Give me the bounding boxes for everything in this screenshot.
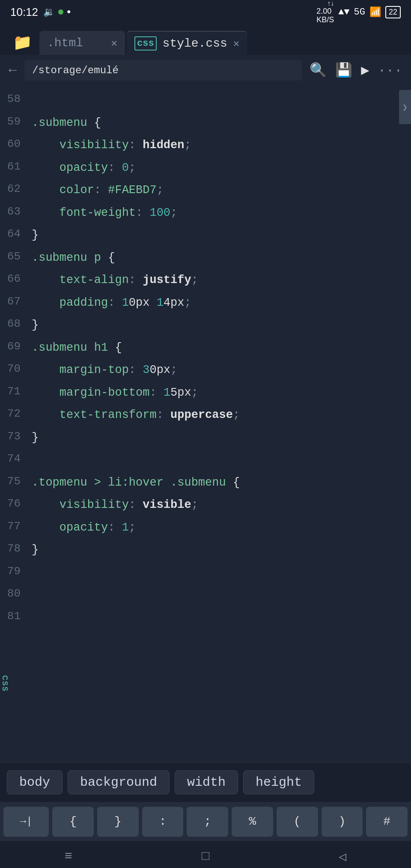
folder-icon: 📁 <box>13 33 32 52</box>
line-num-68: 68 <box>0 315 29 330</box>
key-close-paren[interactable]: ) <box>322 807 363 837</box>
line-content-75: .topmenu > li:hover .submenu { <box>29 472 411 493</box>
code-line-67: 67 padding: 10px 14px; <box>0 292 411 314</box>
line-content-60: visibility: hidden; <box>29 135 411 156</box>
code-line-62: 62 color: #FAEBD7; <box>0 179 411 202</box>
code-line-70: 70 margin-top: 30px; <box>0 359 411 382</box>
line-num-81: 81 <box>0 607 29 623</box>
line-num-69: 69 <box>0 337 29 353</box>
key-semicolon[interactable]: ; <box>187 807 228 837</box>
line-content-66: text-align: justify; <box>29 270 411 291</box>
line-content-74 <box>29 450 411 471</box>
code-line-58: 58 <box>0 89 411 112</box>
side-label-css: CSS <box>0 674 9 694</box>
line-num-67: 67 <box>0 292 29 308</box>
autocomplete-height[interactable]: height <box>243 770 314 794</box>
key-hash[interactable]: # <box>366 807 408 837</box>
run-icon[interactable]: ▶ <box>361 62 369 79</box>
status-bar: 10:12 🔉 ● ↑↓ 2.00KB/S ▲▼ 5G 📶 22 <box>0 0 411 24</box>
tab-bar: 📁 .html ✕ css style.css ✕ <box>0 24 411 55</box>
status-left: 10:12 🔉 ● <box>10 6 71 19</box>
code-line-59: 59 .submenu { <box>0 112 411 134</box>
tab-html-close[interactable]: ✕ <box>111 37 117 49</box>
line-num-79: 79 <box>0 562 29 578</box>
tab-css-close[interactable]: ✕ <box>233 37 239 50</box>
line-num-62: 62 <box>0 180 29 195</box>
line-content-79 <box>29 562 411 583</box>
tab-html-label: .html <box>47 36 83 50</box>
line-content-78: } <box>29 540 411 561</box>
key-percent[interactable]: % <box>232 807 273 837</box>
autocomplete-width[interactable]: width <box>175 770 238 794</box>
nav-menu-button[interactable]: ≡ <box>65 849 72 864</box>
key-close-brace[interactable]: } <box>97 807 139 837</box>
line-num-80: 80 <box>0 585 29 600</box>
line-content-64: } <box>29 225 411 246</box>
save-icon[interactable]: 💾 <box>335 62 352 79</box>
code-line-81: 81 <box>0 606 411 629</box>
nav-back-button[interactable]: ◁ <box>339 849 346 865</box>
nav-home-button[interactable]: □ <box>202 849 209 864</box>
code-line-63: 63 font-weight: 100; <box>0 202 411 224</box>
code-line-68: 68 } <box>0 314 411 337</box>
line-num-78: 78 <box>0 540 29 555</box>
tab-css[interactable]: css style.css ✕ <box>127 31 247 55</box>
autocomplete-bar: body background width height <box>0 762 411 802</box>
address-input[interactable]: /storage/emulé <box>24 60 302 81</box>
autocomplete-background[interactable]: background <box>68 770 170 794</box>
status-right: ↑↓ 2.00KB/S ▲▼ 5G 📶 22 <box>316 0 401 24</box>
line-num-76: 76 <box>0 495 29 510</box>
status-time: 10:12 <box>10 6 38 19</box>
key-open-paren[interactable]: ( <box>277 807 318 837</box>
line-num-73: 73 <box>0 427 29 443</box>
more-icon[interactable]: ··· <box>378 63 402 78</box>
code-line-79: 79 <box>0 561 411 584</box>
key-colon[interactable]: : <box>142 807 184 837</box>
code-line-75: 75 .topmenu > li:hover .submenu { <box>0 471 411 494</box>
chevron-right-icon: ❯ <box>402 102 408 113</box>
battery-badge: 22 <box>385 6 401 18</box>
line-content-59: .submenu { <box>29 113 411 134</box>
line-num-66: 66 <box>0 270 29 285</box>
line-content-71: margin-bottom: 15px; <box>29 382 411 403</box>
code-line-74: 74 <box>0 449 411 471</box>
line-content-65: .submenu p { <box>29 248 411 268</box>
code-editor[interactable]: 58 59 .submenu { 60 visibility: hidden; … <box>0 86 411 762</box>
line-content-69: .submenu h1 { <box>29 337 411 358</box>
line-num-71: 71 <box>0 382 29 398</box>
address-path: /storage/emulé <box>32 65 119 76</box>
address-bar: ← /storage/emulé 🔍 💾 ▶ ··· <box>0 55 411 86</box>
code-line-66: 66 text-align: justify; <box>0 269 411 292</box>
code-line-64: 64 } <box>0 224 411 247</box>
code-line-71: 71 margin-bottom: 15px; <box>0 382 411 404</box>
line-num-59: 59 <box>0 113 29 128</box>
line-content-81 <box>29 607 411 628</box>
line-content-73: } <box>29 427 411 448</box>
app-icon <box>58 9 63 15</box>
line-content-58 <box>29 90 411 111</box>
line-content-61: opacity: 0; <box>29 158 411 179</box>
status-icons: 🔉 ● <box>43 6 71 18</box>
dot-icon: ● <box>67 8 71 16</box>
line-content-68: } <box>29 315 411 336</box>
back-button[interactable]: ← <box>9 63 17 78</box>
line-num-58: 58 <box>0 90 29 105</box>
line-content-62: color: #FAEBD7; <box>29 180 411 201</box>
autocomplete-body[interactable]: body <box>7 770 63 794</box>
line-content-63: font-weight: 100; <box>29 203 411 224</box>
code-line-78: 78 } <box>0 539 411 561</box>
search-icon[interactable]: 🔍 <box>310 62 327 79</box>
key-open-brace[interactable]: { <box>52 807 94 837</box>
code-line-65: 65 .submenu p { <box>0 247 411 269</box>
line-content-72: text-transform: uppercase; <box>29 405 411 426</box>
tab-html[interactable]: .html ✕ <box>39 31 125 55</box>
line-num-63: 63 <box>0 203 29 218</box>
line-content-76: visibility: visible; <box>29 495 411 516</box>
css-file-icon: css <box>134 36 157 51</box>
key-tab[interactable]: →| <box>3 807 49 837</box>
code-line-76: 76 visibility: visible; <box>0 494 411 516</box>
scrollbar-handle[interactable]: ❯ <box>399 90 411 124</box>
address-icons: 🔍 💾 ▶ ··· <box>310 62 402 79</box>
line-num-74: 74 <box>0 450 29 465</box>
folder-button[interactable]: 📁 <box>7 31 38 55</box>
